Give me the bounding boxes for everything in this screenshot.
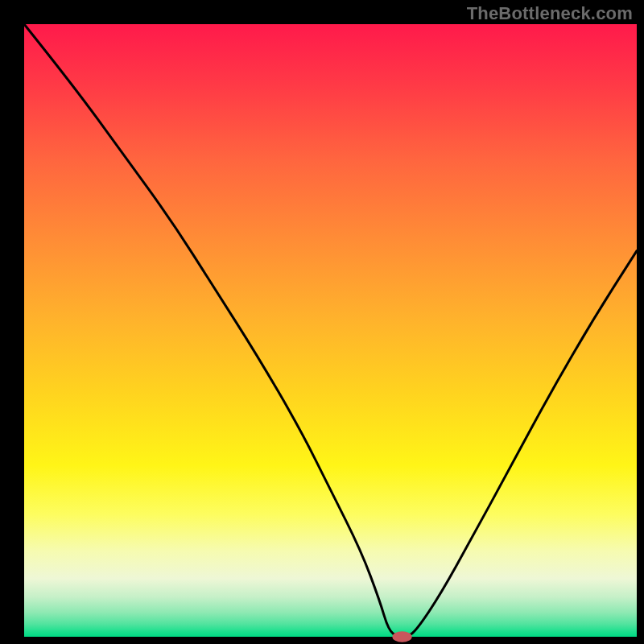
bottleneck-chart (0, 0, 644, 644)
plot-area (24, 24, 637, 637)
optimal-marker (392, 631, 411, 642)
watermark-label: TheBottleneck.com (467, 3, 633, 24)
chart-frame: TheBottleneck.com (0, 0, 644, 644)
